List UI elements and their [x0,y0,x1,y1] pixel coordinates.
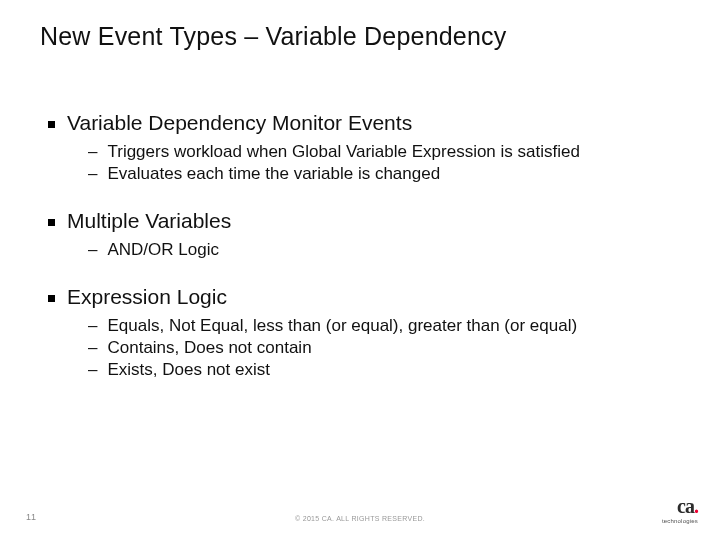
dash-icon: – [88,141,97,163]
section-heading: Variable Dependency Monitor Events [48,111,680,135]
list-item: – Contains, Does not contain [88,337,680,359]
section-heading: Expression Logic [48,285,680,309]
sub-list: – Triggers workload when Global Variable… [48,141,680,185]
logo-subtext: technologies [662,518,698,524]
section: Variable Dependency Monitor Events – Tri… [48,111,680,185]
square-bullet-icon [48,295,55,302]
page-number: 11 [26,512,36,522]
logo-dot-icon: . [694,495,698,517]
list-item-text: Equals, Not Equal, less than (or equal),… [107,315,577,337]
section-heading-text: Expression Logic [67,285,227,309]
dash-icon: – [88,337,97,359]
list-item: – Evaluates each time the variable is ch… [88,163,680,185]
dash-icon: – [88,359,97,381]
section-heading-text: Variable Dependency Monitor Events [67,111,412,135]
section: Expression Logic – Equals, Not Equal, le… [48,285,680,381]
sub-list: – Equals, Not Equal, less than (or equal… [48,315,680,381]
content-body: Variable Dependency Monitor Events – Tri… [40,111,680,382]
footer: 11 © 2015 CA. ALL RIGHTS RESERVED. ca. t… [0,496,720,526]
list-item: – Exists, Does not exist [88,359,680,381]
dash-icon: – [88,163,97,185]
page-title: New Event Types – Variable Dependency [40,22,680,51]
section-heading: Multiple Variables [48,209,680,233]
ca-logo: ca. technologies [662,498,698,524]
list-item-text: Evaluates each time the variable is chan… [107,163,440,185]
list-item-text: Contains, Does not contain [107,337,311,359]
list-item-text: Exists, Does not exist [107,359,270,381]
list-item: – AND/OR Logic [88,239,680,261]
list-item-text: Triggers workload when Global Variable E… [107,141,579,163]
dash-icon: – [88,315,97,337]
dash-icon: – [88,239,97,261]
square-bullet-icon [48,219,55,226]
section-heading-text: Multiple Variables [67,209,231,233]
slide: New Event Types – Variable Dependency Va… [0,0,720,540]
list-item: – Triggers workload when Global Variable… [88,141,680,163]
square-bullet-icon [48,121,55,128]
copyright-text: © 2015 CA. ALL RIGHTS RESERVED. [295,515,425,522]
list-item: – Equals, Not Equal, less than (or equal… [88,315,680,337]
sub-list: – AND/OR Logic [48,239,680,261]
logo-main: ca. [677,498,698,517]
section: Multiple Variables – AND/OR Logic [48,209,680,261]
list-item-text: AND/OR Logic [107,239,218,261]
logo-text: ca [677,495,694,517]
